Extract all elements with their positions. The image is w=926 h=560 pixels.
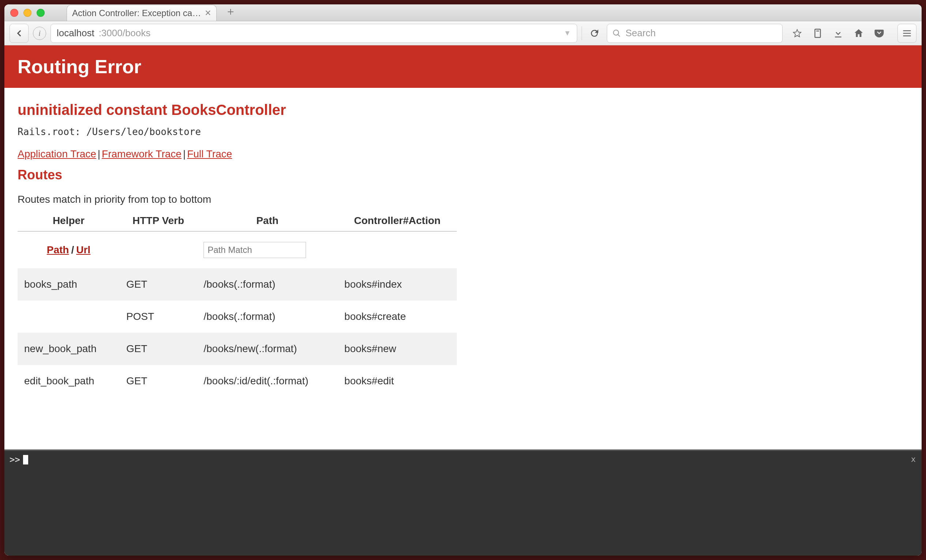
col-verb: HTTP Verb	[120, 212, 197, 231]
url-toolbar: i localhost:3000/books ▼ Search	[5, 21, 921, 45]
maximize-icon[interactable]	[36, 9, 45, 17]
search-input[interactable]: Search	[607, 24, 782, 43]
action-cell: books#new	[338, 333, 457, 365]
url-path: :3000/books	[99, 27, 151, 39]
routes-heading: Routes	[18, 167, 908, 183]
arrow-left-icon	[14, 29, 24, 38]
reload-icon	[589, 28, 599, 38]
routes-note: Routes match in priority from top to bot…	[18, 194, 908, 205]
minimize-icon[interactable]	[23, 9, 32, 17]
helper-cell: edit_book_path	[18, 365, 120, 397]
page-content: uninitialized constant BooksController R…	[5, 88, 921, 450]
close-icon[interactable]	[10, 9, 18, 17]
address-bar[interactable]: localhost:3000/books ▼	[50, 24, 577, 43]
hamburger-icon	[902, 28, 912, 38]
reload-button[interactable]	[586, 25, 602, 41]
filter-row: Path/Url	[18, 231, 457, 268]
col-path: Path	[197, 212, 338, 231]
verb-cell: GET	[120, 365, 197, 397]
framework-trace-link[interactable]: Framework Trace	[102, 148, 182, 160]
home-icon[interactable]	[852, 27, 865, 40]
back-button[interactable]	[9, 24, 29, 43]
path-cell: /books/new(.:format)	[197, 333, 338, 365]
path-cell: /books/:id/edit(.:format)	[197, 365, 338, 397]
verb-cell: POST	[120, 301, 197, 333]
toolbar-icon-group	[787, 27, 890, 40]
action-cell: books#index	[338, 268, 457, 301]
window-controls	[10, 9, 45, 17]
console-cursor	[23, 455, 28, 465]
helper-cell: new_book_path	[18, 333, 120, 365]
routes-table: Helper HTTP Verb Path Controller#Action …	[18, 212, 457, 397]
browser-window: Action Controller: Exception ca… ✕ ＋ i l…	[5, 5, 921, 555]
path-filter-input[interactable]	[203, 242, 306, 258]
helper-toggle: Path/Url	[18, 231, 120, 268]
search-placeholder: Search	[625, 27, 655, 39]
search-icon	[612, 29, 621, 38]
url-toggle-link[interactable]: Url	[76, 244, 91, 256]
table-row: POST /books(.:format) books#create	[18, 301, 457, 333]
console-close-icon[interactable]: x	[911, 455, 916, 464]
separator: |	[96, 148, 102, 160]
action-cell: books#edit	[338, 365, 457, 397]
col-action: Controller#Action	[338, 212, 457, 231]
verb-cell: GET	[120, 268, 197, 301]
pocket-icon[interactable]	[873, 27, 886, 40]
console-prompt-line[interactable]: >>	[5, 451, 921, 469]
clipboard-icon[interactable]	[811, 27, 824, 40]
table-row: new_book_path GET /books/new(.:format) b…	[18, 333, 457, 365]
path-cell: /books(.:format)	[197, 301, 338, 333]
dropdown-icon[interactable]: ▼	[564, 29, 571, 37]
table-row: edit_book_path GET /books/:id/edit(.:for…	[18, 365, 457, 397]
hamburger-menu-button[interactable]	[897, 24, 917, 43]
browser-tab[interactable]: Action Controller: Exception ca… ✕	[67, 5, 217, 21]
trace-links: Application Trace|Framework Trace|Full T…	[18, 148, 908, 160]
separator	[582, 26, 582, 40]
separator: |	[182, 148, 187, 160]
titlebar: Action Controller: Exception ca… ✕ ＋	[5, 5, 921, 21]
table-row: books_path GET /books(.:format) books#in…	[18, 268, 457, 301]
console-prompt: >>	[9, 455, 20, 465]
helper-cell	[18, 301, 120, 333]
downloads-icon[interactable]	[832, 27, 845, 40]
rails-root: Rails.root: /Users/leo/bookstore	[18, 126, 908, 137]
tab-title: Action Controller: Exception ca…	[72, 8, 201, 18]
error-banner: Routing Error	[5, 45, 921, 88]
banner-title: Routing Error	[18, 56, 908, 77]
helper-cell: books_path	[18, 268, 120, 301]
new-tab-button[interactable]: ＋	[223, 5, 238, 19]
full-trace-link[interactable]: Full Trace	[187, 148, 232, 160]
application-trace-link[interactable]: Application Trace	[18, 148, 96, 160]
web-console[interactable]: >> x	[5, 450, 921, 555]
page: Routing Error uninitialized constant Boo…	[5, 45, 921, 555]
url-host: localhost	[57, 27, 94, 39]
close-tab-icon[interactable]: ✕	[204, 8, 211, 18]
site-info-icon[interactable]: i	[33, 27, 46, 40]
verb-cell: GET	[120, 333, 197, 365]
table-header-row: Helper HTTP Verb Path Controller#Action	[18, 212, 457, 231]
path-toggle-link[interactable]: Path	[47, 244, 69, 256]
action-cell: books#create	[338, 301, 457, 333]
col-helper: Helper	[18, 212, 120, 231]
bookmark-star-icon[interactable]	[791, 27, 804, 40]
error-message: uninitialized constant BooksController	[18, 102, 908, 118]
path-cell: /books(.:format)	[197, 268, 338, 301]
